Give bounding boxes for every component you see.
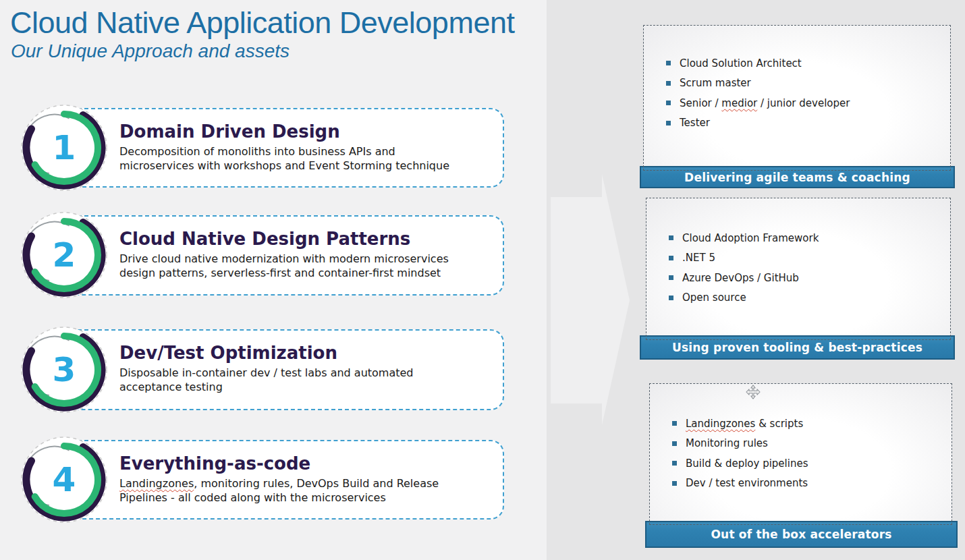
bullet-label: Build & deploy pipelines <box>686 457 808 470</box>
step-title: Cloud Native Design Patterns <box>119 229 492 249</box>
step-description-line: Disposable in-container dev / test labs … <box>119 366 492 381</box>
bullet-square-icon <box>669 256 673 260</box>
step-description-line: design patterns, serverless-first and co… <box>119 267 492 281</box>
list-item: Monitoring rules <box>672 434 952 454</box>
step-description: Drive cloud native modernization with mo… <box>119 252 492 280</box>
bullet-label: Tester <box>680 117 710 129</box>
bullet-label: .NET 5 <box>682 252 715 264</box>
list-item: Landingzones & scripts <box>672 414 952 434</box>
banner-agile-teams[interactable]: Delivering agile teams & coaching <box>640 166 955 188</box>
page-title: Cloud Native Application Development <box>10 5 514 40</box>
step-description: Disposable in-container dev / test labs … <box>119 366 492 394</box>
step-badge-3[interactable]: 3 <box>20 326 108 414</box>
move-cursor-icon <box>746 385 761 399</box>
banner-tooling[interactable]: Using proven tooling & best-practices <box>640 335 955 360</box>
bullet-label: Cloud Adoption Framework <box>682 232 819 244</box>
bullet-label: Azure DevOps / GitHub <box>682 272 799 284</box>
step-card-everything-as-code[interactable]: Everything-as-code Landingzones, monitor… <box>57 440 504 520</box>
bullet-square-icon <box>666 61 671 65</box>
list-item: Senior / medior / junior developer <box>666 93 951 113</box>
panel-agile-teams[interactable]: Cloud Solution Architect Scrum master Se… <box>643 25 951 171</box>
step-description-line: Drive cloud native modernization with mo… <box>119 252 492 267</box>
step-title: Everything-as-code <box>119 453 492 474</box>
bullet-label: Cloud Solution Architect <box>680 57 802 69</box>
bullet-square-icon <box>669 275 673 280</box>
bullet-label: Open source <box>682 291 746 304</box>
page-subtitle: Our Unique Approach and assets <box>11 40 290 62</box>
bullet-square-icon <box>666 81 671 86</box>
list-item: Open source <box>669 288 951 308</box>
bullet-square-icon <box>672 421 677 426</box>
step-number: 2 <box>20 211 108 299</box>
bullet-square-icon <box>672 461 677 466</box>
bullet-square-icon <box>672 441 677 446</box>
bullet-square-icon <box>666 101 671 105</box>
list-item: Azure DevOps / GitHub <box>669 268 951 288</box>
bullet-square-icon <box>672 481 677 486</box>
step-badge-2[interactable]: 2 <box>20 211 108 299</box>
step-number: 1 <box>20 104 108 192</box>
bullet-square-icon <box>666 121 671 125</box>
bullet-square-icon <box>669 235 673 240</box>
step-description: Landingzones, monitoring rules, DevOps B… <box>119 477 492 505</box>
step-description: Decomposition of monoliths into business… <box>119 145 492 173</box>
list-item: Dev / test environments <box>672 474 952 494</box>
bullet-label: Senior / medior / junior developer <box>680 97 850 109</box>
bullet-list: Cloud Solution Architect Scrum master Se… <box>643 25 951 133</box>
banner-accelerators[interactable]: Out of the box accelerators <box>645 521 958 548</box>
list-item: .NET 5 <box>669 248 951 269</box>
step-card-dev-test-optimization[interactable]: Dev/Test Optimization Disposable in-cont… <box>57 329 504 410</box>
bullet-list: Landingzones & scripts Monitoring rules … <box>649 383 952 493</box>
bullet-label: Scrum master <box>680 77 751 89</box>
bullet-label: Monitoring rules <box>686 437 768 449</box>
step-title: Dev/Test Optimization <box>119 343 492 363</box>
panel-accelerators[interactable]: Landingzones & scripts Monitoring rules … <box>649 383 952 525</box>
step-number: 3 <box>20 326 108 414</box>
panel-tooling[interactable]: Cloud Adoption Framework .NET 5 Azure De… <box>646 198 951 340</box>
flow-arrow-icon <box>548 170 632 430</box>
step-description-line: acceptance testing <box>119 381 492 395</box>
list-item: Cloud Adoption Framework <box>669 228 951 248</box>
step-number: 4 <box>20 436 108 524</box>
banner-label: Out of the box accelerators <box>711 528 891 541</box>
list-item: Cloud Solution Architect <box>666 53 951 74</box>
slide-canvas: Cloud Native Application Development Our… <box>0 0 965 560</box>
step-description-line: microservices with workshops and Event S… <box>119 159 492 173</box>
bullet-label: Dev / test environments <box>686 477 808 489</box>
step-description-line: Landingzones, monitoring rules, DevOps B… <box>119 477 492 491</box>
step-badge-4[interactable]: 4 <box>20 436 108 524</box>
bullet-list: Cloud Adoption Framework .NET 5 Azure De… <box>646 198 951 308</box>
step-card-domain-driven-design[interactable]: Domain Driven Design Decomposition of mo… <box>57 108 504 188</box>
bullet-square-icon <box>669 296 673 300</box>
step-badge-1[interactable]: 1 <box>20 104 108 192</box>
step-card-cloud-native-design-patterns[interactable]: Cloud Native Design Patterns Drive cloud… <box>57 215 504 296</box>
banner-label: Delivering agile teams & coaching <box>684 171 910 184</box>
step-description-line: Pipelines - all coded along with the mic… <box>119 491 492 505</box>
list-item: Scrum master <box>666 74 951 94</box>
step-description-line: Decomposition of monoliths into business… <box>119 145 492 159</box>
list-item: Tester <box>666 113 951 134</box>
list-item: Build & deploy pipelines <box>672 453 952 474</box>
step-title: Domain Driven Design <box>119 121 492 142</box>
bullet-label: Landingzones & scripts <box>686 418 803 430</box>
banner-label: Using proven tooling & best-practices <box>672 341 922 354</box>
